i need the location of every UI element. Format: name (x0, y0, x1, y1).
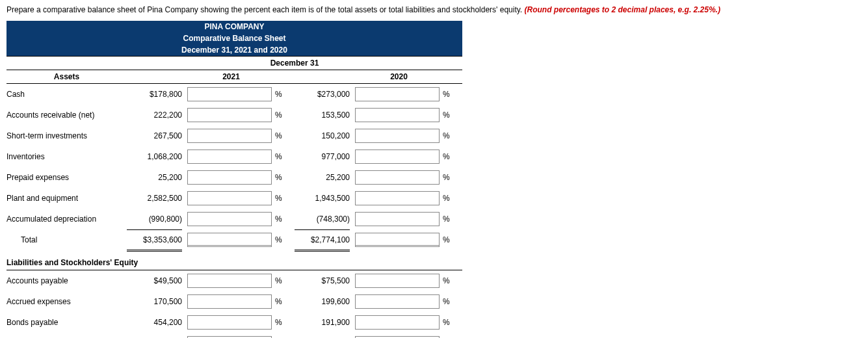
prepaid-2020: 25,200 (295, 167, 350, 188)
report-title: Comparative Balance Sheet (7, 32, 462, 44)
instruction-text: Prepare a comparative balance sheet of P… (7, 5, 861, 14)
percent-sign: % (275, 146, 289, 167)
percent-sign: % (275, 209, 289, 229)
ar-pct-2020-input[interactable] (355, 108, 440, 122)
period-label: December 31 (127, 57, 462, 70)
accrued-2020: 199,600 (295, 291, 350, 312)
percent-sign: % (443, 84, 457, 105)
stinv-pct-2020-input[interactable] (355, 129, 440, 143)
percent-sign: % (443, 229, 457, 250)
bonds-2021: 454,200 (127, 312, 182, 333)
bonds-pct-2021-input[interactable] (187, 315, 272, 330)
capital-pct-2020-input[interactable] (355, 336, 440, 339)
row-label-total-assets: Total (7, 229, 127, 250)
cash-pct-2020-input[interactable] (355, 87, 440, 101)
row-label-accdep: Accumulated depreciation (7, 209, 127, 229)
percent-sign: % (443, 105, 457, 125)
inv-pct-2021-input[interactable] (187, 150, 272, 164)
row-label-prepaid: Prepaid expenses (7, 167, 127, 188)
prepaid-pct-2021-input[interactable] (187, 170, 272, 185)
instruction-main: Prepare a comparative balance sheet of P… (7, 5, 525, 14)
row-label-inv: Inventories (7, 146, 127, 167)
inv-pct-2020-input[interactable] (355, 150, 440, 164)
year-2021-header: 2021 (187, 70, 275, 84)
balance-sheet-table: PINA COMPANY Comparative Balance Sheet D… (7, 21, 462, 338)
ar-pct-2021-input[interactable] (187, 108, 272, 122)
percent-sign: % (275, 312, 289, 333)
capital-2021: 2,094,200 (127, 333, 182, 339)
total-assets-2020: $2,774,100 (295, 229, 350, 250)
accdep-pct-2021-input[interactable] (187, 212, 272, 226)
total-assets-2021: $3,353,600 (127, 229, 182, 250)
percent-sign: % (275, 105, 289, 125)
report-dateline: December 31, 2021 and 2020 (7, 44, 462, 57)
row-label-stinv: Short-term investments (7, 125, 127, 146)
stinv-2020: 150,200 (295, 125, 350, 146)
percent-sign: % (443, 312, 457, 333)
total-assets-pct-2020-input[interactable] (355, 233, 440, 247)
row-label-cash: Cash (7, 84, 127, 105)
capital-pct-2021-input[interactable] (187, 336, 272, 339)
ap-pct-2021-input[interactable] (187, 274, 272, 288)
percent-sign: % (443, 209, 457, 229)
cash-2021: $178,800 (127, 84, 182, 105)
ar-2021: 222,200 (127, 105, 182, 125)
inv-2021: 1,068,200 (127, 146, 182, 167)
row-label-ar: Accounts receivable (net) (7, 105, 127, 125)
percent-sign: % (275, 291, 289, 312)
company-name: PINA COMPANY (7, 21, 462, 32)
plant-2020: 1,943,500 (295, 188, 350, 209)
prepaid-pct-2020-input[interactable] (355, 170, 440, 185)
bonds-2020: 191,900 (295, 312, 350, 333)
cash-pct-2021-input[interactable] (187, 87, 272, 101)
percent-sign: % (443, 167, 457, 188)
cash-2020: $273,000 (295, 84, 350, 105)
row-label-bonds: Bonds payable (7, 312, 127, 333)
accdep-2021: (990,800) (127, 209, 182, 229)
liab-section-header: Liabilities and Stockholders' Equity (7, 250, 182, 270)
percent-sign: % (275, 167, 289, 188)
capital-2020: 1,776,600 (295, 333, 350, 339)
percent-sign: % (275, 229, 289, 250)
stinv-pct-2021-input[interactable] (187, 129, 272, 143)
bonds-pct-2020-input[interactable] (355, 315, 440, 330)
plant-2021: 2,582,500 (127, 188, 182, 209)
row-label-ap: Accounts payable (7, 270, 127, 291)
instruction-hint: (Round percentages to 2 decimal places, … (525, 5, 720, 14)
stinv-2021: 267,500 (127, 125, 182, 146)
percent-sign: % (275, 270, 289, 291)
ap-pct-2020-input[interactable] (355, 274, 440, 288)
accrued-pct-2021-input[interactable] (187, 294, 272, 309)
year-2020-header: 2020 (355, 70, 443, 84)
row-label-accrued: Accrued expenses (7, 291, 127, 312)
ap-2020: $75,500 (295, 270, 350, 291)
ap-2021: $49,500 (127, 270, 182, 291)
percent-sign: % (443, 291, 457, 312)
accdep-2020: (748,300) (295, 209, 350, 229)
percent-sign: % (443, 125, 457, 146)
percent-sign: % (275, 125, 289, 146)
row-label-capital: Capital stock (7, 333, 127, 339)
percent-sign: % (275, 333, 289, 339)
accdep-pct-2020-input[interactable] (355, 212, 440, 226)
row-label-plant: Plant and equipment (7, 188, 127, 209)
ar-2020: 153,500 (295, 105, 350, 125)
percent-sign: % (275, 84, 289, 105)
percent-sign: % (443, 146, 457, 167)
percent-sign: % (443, 270, 457, 291)
accrued-2021: 170,500 (127, 291, 182, 312)
prepaid-2021: 25,200 (127, 167, 182, 188)
percent-sign: % (275, 188, 289, 209)
assets-section-header: Assets (7, 70, 127, 84)
plant-pct-2021-input[interactable] (187, 191, 272, 205)
percent-sign: % (443, 188, 457, 209)
total-assets-pct-2021-input[interactable] (187, 233, 272, 247)
accrued-pct-2020-input[interactable] (355, 294, 440, 309)
plant-pct-2020-input[interactable] (355, 191, 440, 205)
percent-sign: % (443, 333, 457, 339)
inv-2020: 977,000 (295, 146, 350, 167)
